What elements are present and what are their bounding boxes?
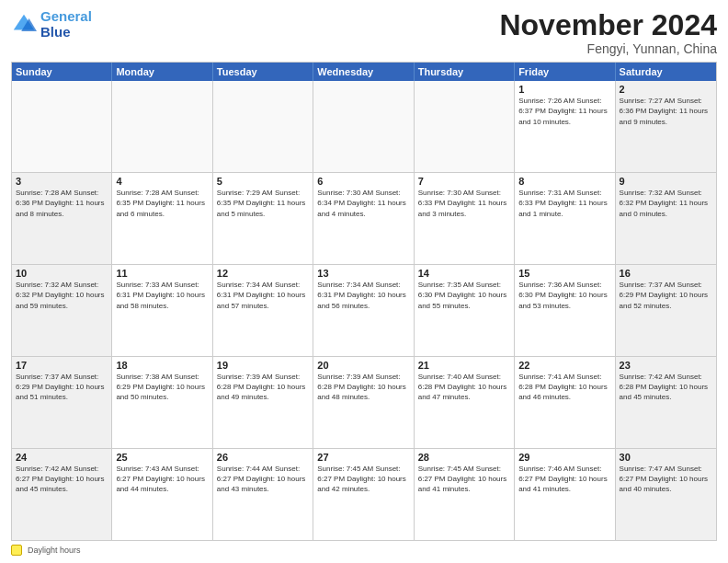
calendar-day-cell: 13Sunrise: 7:34 AM Sunset: 6:31 PM Dayli…: [313, 265, 414, 356]
calendar-day-cell: 19Sunrise: 7:39 AM Sunset: 6:28 PM Dayli…: [213, 357, 313, 448]
calendar-day-cell: 21Sunrise: 7:40 AM Sunset: 6:28 PM Dayli…: [415, 357, 515, 448]
day-info: Sunrise: 7:34 AM Sunset: 6:31 PM Dayligh…: [217, 280, 309, 311]
logo: General Blue: [11, 9, 92, 40]
calendar-day-cell: 30Sunrise: 7:47 AM Sunset: 6:27 PM Dayli…: [616, 449, 716, 540]
calendar-day-cell: [112, 81, 212, 172]
day-number: 27: [317, 452, 409, 463]
day-number: 30: [620, 452, 712, 463]
day-number: 12: [217, 268, 309, 279]
page: General Blue November 2024 Fengyi, Yunna…: [0, 0, 728, 563]
day-info: Sunrise: 7:45 AM Sunset: 6:27 PM Dayligh…: [317, 464, 409, 495]
day-number: 28: [418, 452, 510, 463]
daylight-legend-label: Daylight hours: [28, 546, 81, 555]
day-number: 16: [620, 268, 712, 279]
day-number: 1: [518, 84, 610, 95]
day-number: 2: [620, 84, 712, 95]
day-info: Sunrise: 7:39 AM Sunset: 6:28 PM Dayligh…: [317, 372, 409, 403]
footer: Daylight hours: [11, 545, 717, 556]
calendar-day-cell: 28Sunrise: 7:45 AM Sunset: 6:27 PM Dayli…: [415, 449, 515, 540]
calendar-day-cell: 11Sunrise: 7:33 AM Sunset: 6:31 PM Dayli…: [112, 265, 212, 356]
calendar-week-5: 24Sunrise: 7:42 AM Sunset: 6:27 PM Dayli…: [12, 448, 716, 540]
calendar-day-cell: 22Sunrise: 7:41 AM Sunset: 6:28 PM Dayli…: [515, 357, 615, 448]
day-info: Sunrise: 7:47 AM Sunset: 6:27 PM Dayligh…: [620, 464, 712, 495]
day-info: Sunrise: 7:44 AM Sunset: 6:27 PM Dayligh…: [217, 464, 309, 495]
calendar-day-cell: 3Sunrise: 7:28 AM Sunset: 6:36 PM Daylig…: [12, 173, 112, 264]
day-number: 9: [620, 176, 712, 187]
day-number: 11: [116, 268, 208, 279]
day-info: Sunrise: 7:37 AM Sunset: 6:29 PM Dayligh…: [16, 372, 108, 403]
day-info: Sunrise: 7:46 AM Sunset: 6:27 PM Dayligh…: [518, 464, 610, 495]
calendar-day-cell: 24Sunrise: 7:42 AM Sunset: 6:27 PM Dayli…: [12, 449, 112, 540]
day-number: 5: [217, 176, 309, 187]
calendar-day-cell: 23Sunrise: 7:42 AM Sunset: 6:28 PM Dayli…: [616, 357, 716, 448]
calendar-day-cell: [415, 81, 515, 172]
day-info: Sunrise: 7:32 AM Sunset: 6:32 PM Dayligh…: [16, 280, 108, 311]
weekday-header-wednesday: Wednesday: [313, 63, 414, 81]
calendar-day-cell: 29Sunrise: 7:46 AM Sunset: 6:27 PM Dayli…: [515, 449, 615, 540]
day-info: Sunrise: 7:45 AM Sunset: 6:27 PM Dayligh…: [418, 464, 510, 495]
day-number: 13: [317, 268, 409, 279]
day-info: Sunrise: 7:39 AM Sunset: 6:28 PM Dayligh…: [217, 372, 309, 403]
day-number: 14: [418, 268, 510, 279]
day-info: Sunrise: 7:37 AM Sunset: 6:29 PM Dayligh…: [620, 280, 712, 311]
month-title: November 2024: [499, 9, 717, 41]
day-number: 10: [16, 268, 108, 279]
calendar-day-cell: [12, 81, 112, 172]
day-info: Sunrise: 7:42 AM Sunset: 6:27 PM Dayligh…: [16, 464, 108, 495]
day-number: 18: [116, 360, 208, 371]
calendar-body: 1Sunrise: 7:26 AM Sunset: 6:37 PM Daylig…: [12, 81, 716, 540]
day-number: 23: [620, 360, 712, 371]
logo-icon: [11, 12, 37, 38]
day-info: Sunrise: 7:38 AM Sunset: 6:29 PM Dayligh…: [116, 372, 208, 403]
day-info: Sunrise: 7:35 AM Sunset: 6:30 PM Dayligh…: [418, 280, 510, 311]
calendar-week-2: 3Sunrise: 7:28 AM Sunset: 6:36 PM Daylig…: [12, 172, 716, 264]
day-number: 24: [16, 452, 108, 463]
day-number: 29: [518, 452, 610, 463]
weekday-header-friday: Friday: [515, 63, 615, 81]
header: General Blue November 2024 Fengyi, Yunna…: [11, 9, 717, 56]
calendar-day-cell: 8Sunrise: 7:31 AM Sunset: 6:33 PM Daylig…: [515, 173, 615, 264]
calendar-day-cell: 6Sunrise: 7:30 AM Sunset: 6:34 PM Daylig…: [313, 173, 414, 264]
day-info: Sunrise: 7:28 AM Sunset: 6:35 PM Dayligh…: [116, 188, 208, 219]
weekday-header-thursday: Thursday: [415, 63, 515, 81]
calendar-day-cell: 15Sunrise: 7:36 AM Sunset: 6:30 PM Dayli…: [515, 265, 615, 356]
calendar-day-cell: 2Sunrise: 7:27 AM Sunset: 6:36 PM Daylig…: [616, 81, 716, 172]
day-number: 17: [16, 360, 108, 371]
calendar-day-cell: 9Sunrise: 7:32 AM Sunset: 6:32 PM Daylig…: [616, 173, 716, 264]
day-info: Sunrise: 7:34 AM Sunset: 6:31 PM Dayligh…: [317, 280, 409, 311]
calendar-day-cell: 16Sunrise: 7:37 AM Sunset: 6:29 PM Dayli…: [616, 265, 716, 356]
calendar-day-cell: 7Sunrise: 7:30 AM Sunset: 6:33 PM Daylig…: [415, 173, 515, 264]
day-number: 6: [317, 176, 409, 187]
calendar: SundayMondayTuesdayWednesdayThursdayFrid…: [11, 62, 717, 541]
day-info: Sunrise: 7:33 AM Sunset: 6:31 PM Dayligh…: [116, 280, 208, 311]
weekday-header-saturday: Saturday: [616, 63, 716, 81]
day-number: 15: [518, 268, 610, 279]
calendar-day-cell: 26Sunrise: 7:44 AM Sunset: 6:27 PM Dayli…: [213, 449, 313, 540]
day-number: 3: [16, 176, 108, 187]
day-number: 21: [418, 360, 510, 371]
day-info: Sunrise: 7:40 AM Sunset: 6:28 PM Dayligh…: [418, 372, 510, 403]
day-info: Sunrise: 7:43 AM Sunset: 6:27 PM Dayligh…: [116, 464, 208, 495]
day-info: Sunrise: 7:31 AM Sunset: 6:33 PM Dayligh…: [518, 188, 610, 219]
calendar-week-1: 1Sunrise: 7:26 AM Sunset: 6:37 PM Daylig…: [12, 81, 716, 172]
calendar-day-cell: 1Sunrise: 7:26 AM Sunset: 6:37 PM Daylig…: [515, 81, 615, 172]
calendar-day-cell: 17Sunrise: 7:37 AM Sunset: 6:29 PM Dayli…: [12, 357, 112, 448]
logo-text: General Blue: [40, 9, 92, 40]
day-number: 7: [418, 176, 510, 187]
day-info: Sunrise: 7:32 AM Sunset: 6:32 PM Dayligh…: [620, 188, 712, 219]
calendar-day-cell: 25Sunrise: 7:43 AM Sunset: 6:27 PM Dayli…: [112, 449, 212, 540]
day-number: 22: [518, 360, 610, 371]
day-info: Sunrise: 7:27 AM Sunset: 6:36 PM Dayligh…: [620, 96, 712, 127]
calendar-day-cell: 10Sunrise: 7:32 AM Sunset: 6:32 PM Dayli…: [12, 265, 112, 356]
day-number: 26: [217, 452, 309, 463]
calendar-day-cell: 5Sunrise: 7:29 AM Sunset: 6:35 PM Daylig…: [213, 173, 313, 264]
day-number: 19: [217, 360, 309, 371]
title-block: November 2024 Fengyi, Yunnan, China: [499, 9, 717, 56]
day-info: Sunrise: 7:30 AM Sunset: 6:33 PM Dayligh…: [418, 188, 510, 219]
calendar-header: SundayMondayTuesdayWednesdayThursdayFrid…: [12, 63, 716, 81]
calendar-day-cell: 14Sunrise: 7:35 AM Sunset: 6:30 PM Dayli…: [415, 265, 515, 356]
weekday-header-tuesday: Tuesday: [213, 63, 313, 81]
day-info: Sunrise: 7:36 AM Sunset: 6:30 PM Dayligh…: [518, 280, 610, 311]
day-info: Sunrise: 7:28 AM Sunset: 6:36 PM Dayligh…: [16, 188, 108, 219]
calendar-day-cell: [313, 81, 414, 172]
